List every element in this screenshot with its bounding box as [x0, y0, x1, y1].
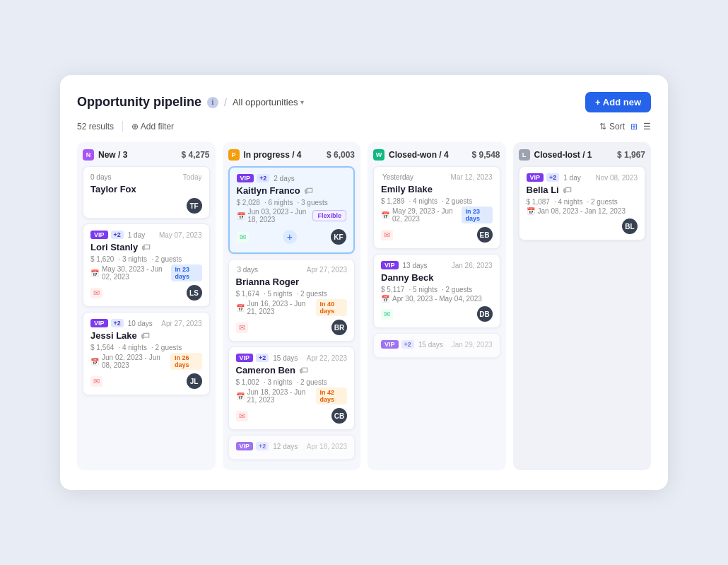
card-dates-row: 📅 May 29, 2023 - Jun 02, 2023 In 23 days: [381, 206, 493, 223]
col-title-in-progress: In progress / 4: [244, 150, 302, 160]
card-name: Bella Li 🏷: [527, 185, 638, 195]
email-icon: ✉: [237, 232, 249, 243]
card-partial-in-progress[interactable]: VIP +2 12 days Apr 18, 2023: [228, 435, 356, 460]
column-in-progress: P In progress / 4 $ 6,003 VIP +2 2 days …: [223, 142, 361, 470]
column-new: N New / 3 $ 4,275 0 days Today Taylor Fo…: [77, 142, 216, 470]
col-title-new: New / 3: [98, 150, 127, 160]
add-new-button[interactable]: + Add new: [585, 92, 651, 112]
card-top-row: 3 days Apr 27, 2023: [236, 266, 348, 274]
nights: · 3 nights: [264, 378, 293, 386]
avatar: BR: [331, 320, 347, 335]
date-range: May 30, 2023 - Jun 02, 2023: [102, 265, 168, 281]
col-amount-in-progress: $ 6,003: [327, 150, 355, 160]
card-top-row: VIP +2 2 days: [237, 174, 347, 182]
card-brianna-roger[interactable]: 3 days Apr 27, 2023 Brianna Roger $ 1,67…: [228, 259, 356, 342]
card-top-row: 0 days Today: [90, 173, 202, 181]
status-pill: In 42 days: [316, 388, 348, 404]
amount: $ 1,087: [527, 198, 550, 206]
plus-action-button[interactable]: +: [283, 230, 297, 244]
card-name: Brianna Roger: [236, 276, 348, 287]
amount: $ 1,620: [90, 255, 114, 263]
email-icon: ✉: [90, 288, 102, 298]
card-jessi-lake[interactable]: VIP +2 10 days Apr 27, 2023 Jessi Lake 🏷…: [83, 312, 210, 395]
info-icon[interactable]: ℹ: [207, 97, 218, 108]
plus-badge: +2: [256, 354, 269, 362]
card-details: $ 1,289 · 4 nights · 2 guests: [381, 197, 493, 205]
card-details: $ 2,028 · 6 nights · 3 guests: [237, 199, 347, 206]
nights: · 5 nights: [264, 290, 293, 298]
days-badge: Yesterday: [382, 173, 413, 181]
card-lori-stanly[interactable]: VIP +2 1 day May 07, 2023 Lori Stanly 🏷 …: [83, 223, 210, 307]
avatar: DB: [477, 306, 493, 322]
all-opportunities-button[interactable]: All opportunities ▾: [233, 97, 305, 107]
card-partial-closed-won[interactable]: VIP +2 15 days Jan 29, 2023: [373, 333, 500, 358]
card-top-row: VIP +2 1 day May 07, 2023: [90, 231, 202, 239]
plus-badge: +2: [546, 173, 559, 182]
calendar-icon: 📅: [381, 211, 389, 219]
date-range: Apr 30, 2023 - May 04, 2023: [392, 295, 482, 303]
grid-view-button[interactable]: ⊞: [630, 122, 638, 132]
card-cameron-ben[interactable]: VIP +2 15 days Apr 22, 2023 Cameron Ben …: [228, 346, 356, 430]
days-badge: 1 day: [128, 231, 145, 239]
avatar-row: ✉ DB: [381, 306, 493, 322]
card-dates-row: 📅 Jun 03, 2023 - Jun 18, 2023 Flexible: [237, 208, 347, 223]
days-badge: 2 days: [274, 175, 294, 182]
card-date: Mar 12, 2023: [451, 173, 493, 181]
sort-button[interactable]: ⇅ Sort: [599, 122, 625, 132]
guests: · 2 guests: [151, 344, 182, 351]
card-date: Today: [183, 173, 202, 181]
nights: · 4 nights: [409, 197, 438, 205]
avatar-row: ✉ JL: [90, 373, 202, 389]
col-amount-closed-won: $ 9,548: [471, 150, 500, 160]
avatar: EB: [477, 227, 493, 243]
card-details: $ 1,564 · 4 nights · 2 guests: [90, 344, 202, 351]
avatar-row: ✉ CB: [236, 408, 348, 424]
calendar-icon: 📅: [236, 392, 245, 400]
card-top-row: VIP +2 15 days Jan 29, 2023: [381, 340, 493, 349]
card-taylor-fox[interactable]: 0 days Today Taylor Fox TF: [83, 166, 210, 219]
amount: $ 1,564: [90, 344, 114, 351]
list-view-button[interactable]: ☰: [643, 122, 651, 132]
guests: · 2 guests: [296, 378, 327, 386]
card-name: Taylor Fox: [90, 184, 202, 194]
card-date: Apr 27, 2023: [161, 320, 201, 327]
new-status-dot: N: [83, 149, 94, 161]
flexible-badge: Flexible: [312, 210, 346, 221]
info-icon: 🏷: [563, 185, 571, 195]
days-badge: 13 days: [403, 262, 428, 269]
card-name: Cameron Ben 🏷: [236, 365, 348, 375]
col-amount-closed-lost: $ 1,967: [617, 150, 645, 160]
avatar: CB: [331, 408, 347, 424]
card-emily-blake[interactable]: Yesterday Mar 12, 2023 Emily Blake $ 1,2…: [373, 166, 500, 249]
subheader-left: 52 results ⊕ Add filter: [77, 121, 174, 132]
col-header-new: N New / 3 $ 4,275: [83, 149, 210, 161]
date-range: Jun 18, 2023 - Jun 21, 2023: [247, 388, 313, 404]
avatar: LS: [187, 285, 202, 301]
plus-badge: +2: [111, 231, 124, 239]
card-top-row: VIP 13 days Jan 26, 2023: [381, 261, 493, 269]
closed-won-status-dot: W: [373, 149, 384, 161]
column-closed-lost: L Closed-lost / 1 $ 1,967 VIP +2 1 day N…: [513, 142, 652, 470]
card-bella-li[interactable]: VIP +2 1 day Nov 08, 2023 Bella Li 🏷 $ 1…: [519, 166, 646, 240]
vip-badge: VIP: [236, 354, 254, 362]
col-header-closed-lost: L Closed-lost / 1 $ 1,967: [519, 149, 646, 161]
card-kaitlyn-franco[interactable]: VIP +2 2 days Kaitlyn Franco 🏷 $ 2,028 ·…: [228, 166, 356, 254]
email-icon: ✉: [236, 322, 248, 333]
header-left: Opportunity pipeline ℹ / All opportuniti…: [77, 95, 304, 110]
card-danny-beck[interactable]: VIP 13 days Jan 26, 2023 Danny Beck $ 5,…: [373, 254, 500, 328]
avatar: KF: [331, 229, 346, 245]
card-date: May 07, 2023: [159, 231, 202, 239]
card-name: Lori Stanly 🏷: [90, 242, 202, 252]
calendar-icon: 📅: [236, 304, 245, 312]
card-details: $ 5,117 · 5 nights · 2 guests: [381, 286, 493, 293]
guests: · 2 guests: [587, 198, 617, 206]
card-top-row: VIP +2 12 days Apr 18, 2023: [236, 442, 348, 450]
add-filter-button[interactable]: ⊕ Add filter: [131, 122, 174, 132]
nights: · 3 nights: [118, 255, 147, 263]
plus-badge: +2: [111, 319, 124, 327]
guests: · 2 guests: [296, 290, 327, 298]
avatar-row: TF: [90, 198, 202, 214]
amount: $ 1,289: [381, 197, 404, 205]
plus-badge: +2: [257, 174, 269, 182]
guests: · 2 guests: [442, 286, 472, 293]
